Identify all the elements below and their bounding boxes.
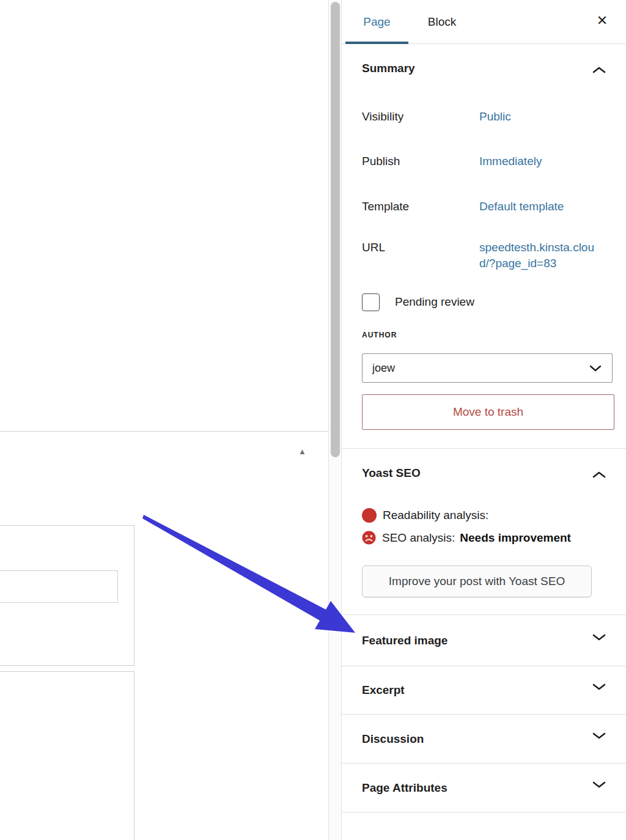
page-attributes-panel[interactable]: Page Attributes: [342, 764, 626, 812]
discussion-title: Discussion: [362, 732, 424, 746]
chevron-down-icon: [589, 364, 602, 372]
featured-image-title: Featured image: [362, 634, 447, 647]
move-to-trash-button[interactable]: Move to trash: [362, 394, 614, 430]
collapse-triangle-icon[interactable]: ▲: [298, 448, 306, 455]
seo-analysis-value: Needs improvement: [460, 531, 571, 545]
yoast-panel-title: Yoast SEO: [362, 466, 421, 480]
template-value[interactable]: Default template: [479, 200, 564, 213]
panel-divider: [342, 812, 626, 812]
template-label: Template: [362, 200, 409, 213]
close-icon[interactable]: ✕: [592, 11, 612, 31]
chevron-down-icon: [592, 732, 610, 746]
scrollbar-thumb[interactable]: [331, 2, 340, 457]
author-select[interactable]: joew: [362, 353, 613, 383]
seo-status-row: SEO analysis: Needs improvement: [362, 531, 571, 545]
visibility-label: Visibility: [362, 110, 403, 123]
improve-post-button[interactable]: Improve your post with Yoast SEO: [362, 566, 592, 597]
readability-label: Readability analysis:: [383, 509, 488, 522]
block-outline: [0, 671, 134, 840]
settings-sidebar: Page Block ✕ Summary Visibility Public P…: [342, 0, 626, 840]
chevron-down-icon: [592, 683, 610, 698]
author-selected-value: joew: [372, 362, 395, 375]
summary-collapse-button[interactable]: [592, 62, 610, 77]
chevron-up-icon: [592, 66, 610, 74]
excerpt-title: Excerpt: [362, 683, 405, 697]
readability-status-icon: [362, 508, 377, 523]
publish-label: Publish: [362, 155, 400, 168]
page-attributes-title: Page Attributes: [362, 781, 447, 795]
sad-face-icon: [362, 531, 376, 545]
summary-panel-title: Summary: [362, 62, 415, 75]
author-label: AUTHOR: [362, 331, 397, 339]
canvas-text-input[interactable]: [0, 570, 118, 603]
panel-divider: [342, 614, 626, 615]
yoast-collapse-button[interactable]: [592, 467, 610, 482]
visibility-value[interactable]: Public: [479, 110, 511, 123]
publish-value[interactable]: Immediately: [479, 155, 542, 168]
discussion-panel[interactable]: Discussion: [342, 715, 626, 764]
pending-review-label: Pending review: [395, 295, 474, 309]
canvas-divider: [0, 431, 328, 432]
seo-analysis-label: SEO analysis:: [382, 531, 455, 545]
chevron-down-icon: [592, 781, 610, 795]
pending-review-checkbox[interactable]: [362, 293, 380, 311]
scrollbar-track[interactable]: [328, 0, 342, 840]
chevron-up-icon: [592, 471, 610, 479]
tab-block[interactable]: Block: [414, 0, 470, 44]
featured-image-panel[interactable]: Featured image: [342, 616, 626, 665]
readability-status-row: Readability analysis:: [362, 508, 488, 523]
tab-page[interactable]: Page: [345, 0, 408, 44]
chevron-down-icon: [592, 633, 610, 648]
panel-divider: [342, 448, 626, 449]
excerpt-panel[interactable]: Excerpt: [342, 666, 626, 715]
editor-canvas: ▲: [0, 0, 328, 840]
url-label: URL: [362, 241, 385, 254]
url-value[interactable]: speedtesth.kinsta.cloud/?page_id=83: [479, 240, 602, 271]
